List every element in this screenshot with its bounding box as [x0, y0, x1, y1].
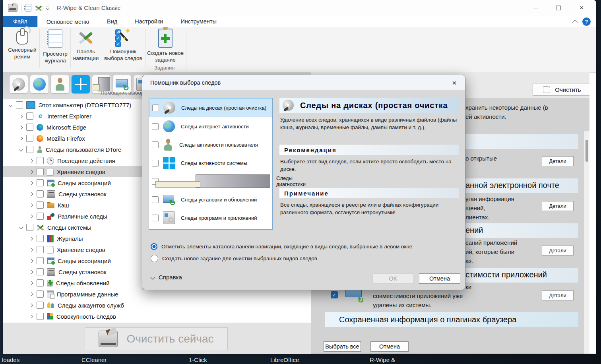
window-title: R-Wipe & Clean Classic	[57, 4, 120, 11]
details-button[interactable]: Детали	[542, 246, 574, 256]
checkbox[interactable]	[152, 105, 159, 111]
dialog-cancel-button[interactable]: Отмена	[419, 273, 460, 284]
folder-icon	[47, 203, 54, 208]
compat-checkbox[interactable]: ✓	[331, 291, 338, 298]
help-icon[interactable]: ?	[582, 17, 591, 26]
details-button[interactable]: Детали	[542, 201, 574, 211]
mark-catalog-radio[interactable]: Отметить элементы каталога панели навига…	[151, 243, 412, 250]
details-button[interactable]: Детали	[542, 156, 574, 166]
checkbox[interactable]	[26, 135, 33, 142]
checkbox[interactable]	[37, 268, 44, 275]
clean-button[interactable]: Очистить	[533, 83, 589, 96]
chevron-down-icon	[150, 275, 155, 280]
details-button[interactable]: Детали	[542, 290, 574, 300]
detail-heading-bar: Следы на дисках (простая очистка	[279, 98, 459, 113]
checkbox[interactable]	[37, 179, 44, 186]
checkbox[interactable]	[37, 213, 44, 220]
user-traces-toolbar-button[interactable]	[51, 75, 69, 93]
checkbox[interactable]	[26, 124, 33, 131]
tab-view[interactable]: Вид	[98, 16, 126, 27]
checkbox[interactable]	[37, 190, 44, 197]
scrollbar-thumb[interactable]	[585, 140, 588, 162]
tree-row[interactable]: Программные данные	[3, 288, 311, 300]
tree-row[interactable]: Совокупность следов	[3, 311, 311, 322]
checkbox[interactable]	[152, 123, 159, 130]
close-button[interactable]: ×	[570, 0, 593, 16]
trace-type-item[interactable]: Следы программ и приложений	[149, 209, 272, 227]
checkbox[interactable]	[26, 224, 33, 231]
scrollbar[interactable]	[584, 131, 589, 354]
checkbox[interactable]	[37, 157, 44, 164]
checkbox[interactable]	[152, 196, 159, 203]
system-traces-toolbar-button[interactable]	[72, 75, 90, 93]
trace-wizard-button[interactable]: ✓✓✓ Помощник выбора следов	[103, 29, 143, 70]
desktop-icon-label[interactable]: LibreOffice	[270, 356, 299, 363]
cancel-button[interactable]: Отмена	[370, 341, 409, 352]
tab-settings[interactable]: Настройки	[126, 16, 172, 27]
disk-traces-toolbar-button[interactable]	[10, 75, 28, 93]
panel-text: хранить некоторые данные (в	[465, 104, 548, 111]
trace-type-item[interactable]: Следы установки и обновлений	[149, 190, 272, 209]
recommendation-header: Рекомендация	[279, 145, 459, 155]
trace-type-list: Следы на дисках (простая очистка) Следы …	[149, 98, 273, 230]
nav-panel-button[interactable]: Панель навигации	[72, 29, 100, 70]
qat-customize-icon[interactable]	[46, 6, 49, 10]
journal-icon[interactable]	[25, 4, 31, 12]
new-task-radio[interactable]: Создать новое задание для очистки выбран…	[151, 255, 317, 262]
checkbox[interactable]	[37, 235, 44, 242]
checkbox[interactable]	[37, 279, 44, 287]
collapse-ribbon-icon[interactable]	[572, 20, 578, 25]
checkbox[interactable]	[26, 146, 33, 153]
divider	[145, 29, 145, 68]
trace-type-item[interactable]: Следы активности пользователя	[149, 136, 272, 154]
help-expander[interactable]: Справка	[151, 274, 182, 281]
new-task-button[interactable]: Создать новое задание	[146, 29, 184, 70]
blocks-icon	[47, 313, 53, 320]
user-icon	[54, 78, 66, 91]
app-window: R-Wipe & Clean Classic × Файл Основное м…	[3, 0, 596, 354]
toolbar-caption: Помощник выбора	[101, 90, 147, 96]
view-journal-button[interactable]: Просмотр журнала	[41, 29, 69, 70]
checkbox[interactable]	[37, 290, 44, 298]
logs-icon	[47, 235, 54, 242]
checkbox[interactable]	[37, 302, 44, 309]
checkbox[interactable]	[37, 168, 44, 175]
trace-type-item-selected[interactable]: Следы на дисках (простая очистка)	[149, 98, 272, 117]
radio-selected-icon[interactable]	[151, 243, 157, 250]
tab-main-menu[interactable]: Основное меню	[37, 16, 98, 27]
trace-type-item[interactable]: Следы интернет-активности	[149, 117, 272, 136]
checkbox[interactable]	[37, 201, 44, 209]
touch-mode-button[interactable]: Сенсорный режим	[6, 29, 38, 70]
page-icon	[47, 246, 54, 254]
checkbox[interactable]	[152, 160, 159, 167]
tools-icon[interactable]	[35, 4, 42, 11]
minimize-button[interactable]	[524, 0, 547, 16]
desktop-icon-label[interactable]: R-Wipe &	[370, 356, 395, 363]
checkbox[interactable]	[26, 112, 33, 120]
tab-tools[interactable]: Инструменты	[172, 16, 225, 27]
dialog-title-bar: Помощник выбора следов	[142, 75, 465, 90]
radio-icon[interactable]	[151, 255, 158, 262]
ok-button[interactable]: OK	[372, 273, 414, 284]
checkbox[interactable]	[37, 246, 44, 253]
desktop-icon-label[interactable]: 1-Click	[189, 356, 207, 363]
checkbox[interactable]	[152, 215, 159, 221]
trace-type-item[interactable]: Следы диагностики	[149, 172, 272, 190]
checkbox[interactable]	[152, 141, 159, 148]
windows-icon	[163, 157, 175, 169]
maximize-button[interactable]	[547, 0, 570, 16]
checkbox[interactable]	[37, 257, 44, 264]
note-text: Все следы, хранящиеся в реестре или в фа…	[280, 201, 460, 216]
trace-type-item[interactable]: Следы активности системы	[149, 154, 272, 172]
tree-row[interactable]: Следы аккаунтов служб	[3, 300, 311, 311]
checkbox[interactable]	[16, 101, 23, 108]
select-all-button[interactable]: Выбрать все	[324, 341, 361, 352]
tab-file[interactable]: Файл	[3, 16, 37, 27]
internet-traces-toolbar-button[interactable]	[30, 75, 48, 93]
checkbox[interactable]	[37, 313, 44, 320]
globe-icon	[33, 78, 46, 91]
clean-now-button[interactable]: Очистить сейчас	[85, 327, 228, 350]
dialog-close-button[interactable]: ×	[449, 78, 459, 88]
desktop-icon-label[interactable]: CCleaner	[81, 356, 107, 363]
desktop-icon-label[interactable]: loades	[2, 356, 19, 363]
